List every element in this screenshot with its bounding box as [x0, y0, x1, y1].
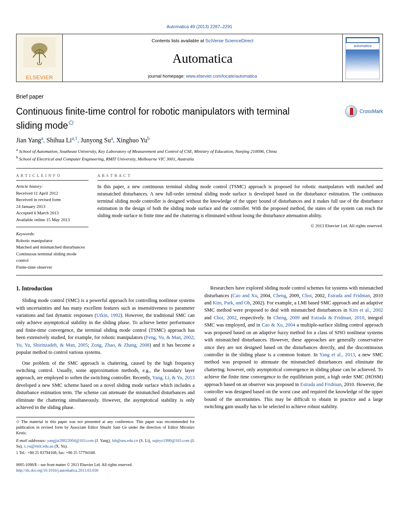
footnotes: ✩ The material in this paper was not pre…: [16, 417, 195, 456]
email-4[interactable]: x.yu@rmit.edu.au: [24, 444, 53, 448]
sep3: ;: [88, 342, 91, 348]
cite-cao-xu[interactable]: Cao and Xu: [232, 293, 257, 298]
sciencedirect-link[interactable]: SciVerse ScienceDirect: [206, 38, 254, 43]
keywords-header: Keywords:: [16, 230, 88, 237]
meta-abstract-block: A R T I C L E I N F O Article history: R…: [16, 168, 383, 275]
cite-yang-li-yu-2013[interactable]: Yang, Li, & Yu, 2013: [152, 375, 195, 380]
masthead: ELSEVIER Contents lists available at Sci…: [16, 34, 383, 82]
article-info-header: A R T I C L E I N F O: [16, 173, 88, 179]
cite-kim-park-oh[interactable]: Kim, Park, and Oh: [213, 300, 250, 306]
author-1-affil: a: [41, 136, 43, 141]
s8: , 2002,: [312, 293, 328, 298]
email-1[interactable]: yangjia28822004@163.com: [47, 438, 94, 443]
section-heading: Brief paper: [16, 93, 383, 100]
crossmark-widget[interactable]: CrossMark: [345, 105, 383, 117]
history-revised-date: 24 January 2013: [16, 203, 88, 210]
s10: , 2002: [250, 300, 263, 306]
email-2[interactable]: lsh@seu.edu.cn: [112, 438, 138, 443]
affil-a: School of Automation, Southeast Universi…: [19, 148, 277, 153]
title-footnote-star: ✩: [68, 118, 74, 127]
sep2: ;: [193, 335, 195, 340]
r1c: and: [204, 315, 214, 320]
cite-utkin-1992[interactable]: Utkin, 1992: [96, 312, 120, 318]
affiliations: a School of Automation, Southeast Univer…: [16, 147, 383, 162]
abstract-header: A B S T R A C T: [97, 173, 383, 179]
keyword-4: Finite-time observer: [16, 264, 88, 271]
author-list: Jian Yanga, Shihua Lia,1, Junyong Sua, X…: [16, 136, 383, 144]
cover-thumbnail-box: automatica: [342, 34, 383, 82]
footnote-emails: E-mail addresses: yangjia28822004@163.co…: [16, 438, 195, 450]
s6: , 2004,: [257, 293, 274, 298]
cover-title: automatica: [346, 43, 379, 49]
author-3[interactable]: Junyong Su: [81, 137, 111, 144]
running-head: Automatica 49 (2013) 2287–2291: [16, 24, 383, 29]
cite-cheng[interactable]: Cheng: [273, 293, 286, 298]
cite-yu-2005[interactable]: Yu, Yu, Shirinzadeh, & Man, 2005: [16, 342, 88, 348]
author-3-affil: a: [111, 136, 113, 141]
body-columns: 1. Introduction Sliding mode control (SM…: [16, 284, 383, 456]
title-line-2: sliding mode: [16, 120, 68, 131]
history-received: Received 11 April 2012: [16, 190, 88, 197]
article-info: A R T I C L E I N F O Article history: R…: [16, 173, 88, 270]
history-label: Article history:: [16, 183, 88, 190]
footnote-corresponding: 1 Tel.: +86 25 83794168; fax: +86 25 577…: [16, 450, 195, 456]
cite-yang-2013[interactable]: Yang et al., 2013: [319, 352, 355, 357]
cite-estrada-fridman-2010[interactable]: Estrada & Fridman, 2010: [311, 315, 364, 320]
keyword-2: Matched and mismatched disturbances: [16, 244, 88, 251]
cite-estrada-fridman-2010b[interactable]: Estrada and Fridman: [300, 382, 341, 387]
cite-zong-2008[interactable]: Zong, Zhao, & Zhang, 2008: [91, 342, 150, 348]
cite-choi[interactable]: Choi: [302, 293, 312, 298]
contents-prefix: Contents lists available at: [152, 38, 206, 43]
s17: , 2010: [341, 382, 354, 387]
email-3[interactable]: sujnyo1990@163.com: [152, 438, 189, 443]
publisher-logo-box: ELSEVIER: [16, 34, 63, 82]
contents-available-line: Contents lists available at SciVerse Sci…: [152, 38, 253, 43]
keyword-3: Continuous terminal sliding mode control: [16, 251, 88, 264]
author-4-affil: b: [147, 136, 150, 141]
abstract-text: In this paper, a new continuous terminal…: [97, 183, 383, 219]
emails-prefix: E-mail addresses:: [16, 438, 47, 443]
journal-cover-thumbnail: automatica: [346, 37, 380, 79]
e1n: (J. Yang),: [94, 438, 112, 443]
elsevier-tree-icon: [23, 37, 56, 68]
page-root: Automatica 49 (2013) 2287–2291 ELSEVIER …: [0, 0, 399, 489]
left-paragraph-1: Sliding mode control (SMC) is a powerful…: [16, 297, 195, 356]
cite-feng-yu-man-2002[interactable]: Feng, Yu, & Man, 2002: [146, 335, 193, 340]
r1d: , respectively. In: [237, 315, 273, 320]
history-accepted: Accepted 6 March 2013: [16, 210, 88, 216]
e2n: (S. Li),: [138, 438, 152, 443]
journal-homepage-line: journal homepage: www.elsevier.com/locat…: [148, 74, 257, 78]
history-revised-label: Received in revised form: [16, 196, 88, 203]
cite-cao-xu-2004[interactable]: Cao & Xu, 2004: [262, 322, 295, 328]
title-line-1: Continuous finite-time control for robot…: [16, 106, 290, 117]
e4n: (X. Yu).: [53, 444, 68, 448]
cite-kim-2002[interactable]: Kim et al., 2002: [349, 307, 383, 313]
footnote-star: ✩ The material in this paper was not pre…: [16, 419, 195, 436]
article-title-block: CrossMark Continuous finite-time control…: [16, 105, 383, 131]
article-title: Continuous finite-time control for robot…: [16, 105, 383, 131]
homepage-prefix: journal homepage:: [148, 74, 186, 78]
front-matter-line: 0005-1098/$ – see front matter © 2013 El…: [16, 462, 383, 468]
left-paragraph-2: One problem of the SMC approach is chatt…: [16, 359, 195, 411]
masthead-center: Contents lists available at SciVerse Sci…: [63, 34, 342, 82]
abstract-copyright: © 2013 Elsevier Ltd. All rights reserved…: [97, 222, 383, 229]
author-1[interactable]: Jian Yang: [16, 137, 41, 144]
affil-b: School of Electrical and Computer Engine…: [19, 156, 194, 161]
right-column: Researchers have explored sliding mode c…: [204, 284, 383, 456]
crossmark-icon: [345, 105, 357, 117]
elsevier-wordmark: ELSEVIER: [26, 74, 53, 82]
svg-point-1: [31, 43, 47, 54]
cite-cheng-2009[interactable]: Cheng, 2009: [274, 315, 300, 320]
cite-estrada-fridman[interactable]: Estrada and Fridman: [328, 293, 370, 298]
author-2[interactable]: Shihua Li: [47, 137, 72, 144]
journal-name: Automatica: [173, 51, 232, 66]
cite-choi-2002[interactable]: Choi, 2002: [214, 315, 237, 320]
history-online: Available online 15 May 2013: [16, 216, 88, 223]
footer-doi-block: 0005-1098/$ – see front matter © 2013 El…: [16, 462, 383, 473]
journal-homepage-link[interactable]: www.elsevier.com/locate/automatica: [186, 74, 257, 78]
r1e: and: [300, 315, 311, 320]
right-paragraph-1: Researchers have explored sliding mode c…: [204, 284, 383, 410]
doi-link[interactable]: http://dx.doi.org/10.1016/j.automatica.2…: [16, 468, 99, 472]
author-2-affil: a,1: [72, 136, 77, 141]
author-4[interactable]: Xinghuo Yu: [116, 137, 147, 144]
